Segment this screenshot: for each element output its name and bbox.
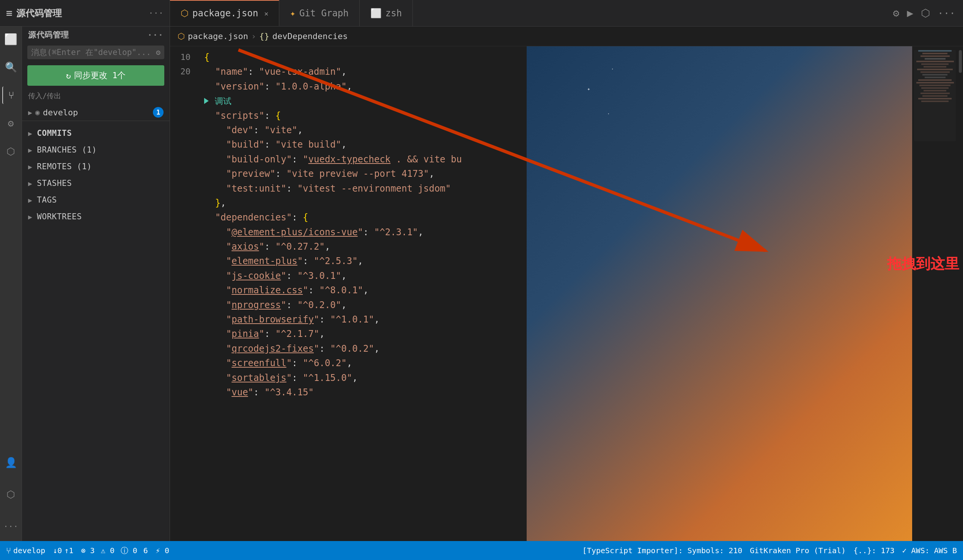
stashes-label: STASHES [37,179,72,188]
worktrees-arrow-icon: ▶ [28,213,32,221]
branches-section[interactable]: ▶ BRANCHES (1) [22,141,170,158]
git-graph-icon: ✦ [290,8,295,19]
tab-zsh[interactable]: ⬜ zsh [360,0,413,26]
activity-files-icon[interactable]: ⬜ [2,30,20,48]
breadcrumb-obj-icon: {} [259,31,269,41]
tags-section[interactable]: ▶ TAGS [22,192,170,208]
remotes-section[interactable]: ▶ REMOTES (1) [22,158,170,175]
info-icon: ⓘ 0 [121,545,137,556]
sync-label: 同步更改 1个 [74,70,126,81]
more-options-icon[interactable]: ··· [937,8,955,19]
code-line-build-only: "build-only": "vuedx-typecheck . && vite… [204,152,912,167]
commit-message-input[interactable] [31,48,153,57]
status-errors[interactable]: ⊗ 3 ⚠ 0 ⓘ 0 6 [81,545,148,556]
tab-bar: ≡ 源代码管理 ··· ⬡ package.json ✕ ✦ Git Graph… [0,0,963,27]
code-line-nprogress: "nprogress": "^0.2.0", [204,298,912,312]
vertical-scrollbar[interactable] [958,46,963,541]
debug-play-triangle [204,98,209,104]
status-aws[interactable]: ✓ AWS: AWS B [902,546,957,555]
tab-zsh-label: zsh [386,8,402,19]
tab-label: package.json [192,8,258,19]
code-line-2: "name": "vue-tsx-admin", [204,65,912,79]
editor-content: ✦ · · 10 [170,46,963,541]
commit-settings-icon[interactable]: ⚙ [156,48,160,57]
tab-icon: ⬡ [181,8,188,19]
breadcrumb-file[interactable]: package.json [188,31,248,41]
git-branch-icon: ⑂ [6,546,11,555]
minimap [912,46,958,541]
worktrees-section[interactable]: ▶ WORKTREES [22,208,170,225]
gitkraken-label: GitKraken Pro (Trial) [750,546,846,555]
play-icon[interactable]: ▶ [907,7,913,19]
hint-count: 6 [143,546,148,555]
code-line-sortable: "sortablejs": "^1.15.0", [204,371,912,385]
error-icon: ⊗ 3 [81,546,94,555]
status-branch[interactable]: ⑂ develop [6,546,45,555]
status-sync[interactable]: ↓0 ↑1 [53,546,73,555]
terminal-icon: ⬜ [370,8,382,19]
status-remote[interactable]: ⚡ 0 [156,546,169,555]
code-line-qrcode: "qrcodejs2-fixes": "^0.0.2", [204,342,912,356]
commits-section[interactable]: ▶ COMMITS [22,125,170,141]
code-line-dev: "dev": "vite", [204,123,912,138]
code-line-test: "test:unit": "vitest --environment jsdom… [204,181,912,196]
code-line-10: }, [204,196,912,210]
layout-icon[interactable]: ⬡ [921,7,930,19]
status-gitkraken[interactable]: GitKraken Pro (Trial) [750,546,846,555]
code-line-debug[interactable]: 调试 [204,94,912,108]
code-line-ep-icons: "@element-plus/icons-vue": "^2.3.1", [204,225,912,240]
activity-debug-icon[interactable]: ⚙ [2,115,20,132]
code-line-axios: "axios": "^0.27.2", [204,240,912,254]
sc-more-icon[interactable]: ··· [147,30,164,40]
stashes-arrow-icon: ▶ [28,180,32,188]
activity-search-icon[interactable]: 🔍 [2,58,20,76]
code-line-path-browserify: "path-browserify": "^1.0.1", [204,312,912,327]
activity-dots-icon[interactable]: ··· [2,518,20,535]
tab-git-graph[interactable]: ✦ Git Graph [279,0,360,26]
warning-icon: ⚠ 0 [101,546,115,555]
remotes-arrow-icon: ▶ [28,163,32,171]
tab-package-json[interactable]: ⬡ package.json ✕ [170,0,279,26]
activity-account-icon[interactable]: 👤 [2,454,20,471]
code-line-jscookie: "js-cookie": "^3.0.1", [204,269,912,283]
bottom-sections: ▶ COMMITS ▶ BRANCHES (1) ▶ REMOTES (1) ▶… [22,121,170,229]
activity-extensions-icon[interactable]: ⬡ [2,142,20,160]
code-editor[interactable]: { "name": "vue-tsx-admin", "version": "1… [196,46,912,541]
sync-arrows-icon: ↓0 [53,546,62,555]
run-remote-icon[interactable]: ⚙ [893,7,899,19]
branch-badge: 1 [153,107,164,118]
tags-label: TAGS [37,196,57,204]
code-line-pinia: "pinia": "^2.1.7", [204,327,912,341]
breadcrumb: ⬡ package.json › {} devDependencies [170,27,963,46]
tags-arrow-icon: ▶ [28,196,32,204]
stashes-section[interactable]: ▶ STASHES [22,175,170,192]
search-box: ⚙ [27,45,164,59]
scrollbar-thumb[interactable] [959,50,962,73]
worktrees-label: WORKTREES [37,212,81,221]
status-position[interactable]: {..}: 173 [853,546,894,555]
sc-header: 源代码管理 ··· [22,27,170,43]
remotes-label: REMOTES (1) [37,162,92,171]
activity-bar: ⬜ 🔍 ⑂ ⚙ ⬡ 👤 ⬡ ··· [0,27,22,541]
sidebar: 源代码管理 ··· ⚙ ↻ 同步更改 1个 传入/传出 ▶ ◉ develop … [22,27,170,541]
branch-collapse-icon: ▶ [28,108,32,117]
activity-git-icon[interactable]: ⑂ [2,86,20,104]
code-line-screenfull: "screenfull": "^6.0.2", [204,356,912,370]
code-line-elplus: "element-plus": "^2.5.3", [204,254,912,268]
line-numbers: 10 20 [170,46,196,541]
commits-label: COMMITS [37,129,72,138]
breadcrumb-devdeps[interactable]: devDependencies [272,31,348,41]
code-line-scripts: "scripts": { [204,108,912,123]
sidebar-more-icon[interactable]: ··· [148,8,164,18]
activity-remote-icon[interactable]: ⬡ [2,486,20,503]
code-line-deps: "dependencies": { [204,210,912,225]
code-line-build: "build": "vite build", [204,138,912,152]
status-bar: ⑂ develop ↓0 ↑1 ⊗ 3 ⚠ 0 ⓘ 0 6 ⚡ 0 [TypeS… [0,541,963,560]
status-branch-name: develop [13,546,45,555]
position-label: {..}: 173 [853,546,894,555]
sc-title: 源代码管理 [28,29,69,40]
sync-button[interactable]: ↻ 同步更改 1个 [27,65,164,86]
tab-close-icon[interactable]: ✕ [264,10,268,18]
breadcrumb-file-icon: ⬡ [178,31,185,41]
branch-item-develop[interactable]: ▶ ◉ develop 1 [22,104,170,121]
